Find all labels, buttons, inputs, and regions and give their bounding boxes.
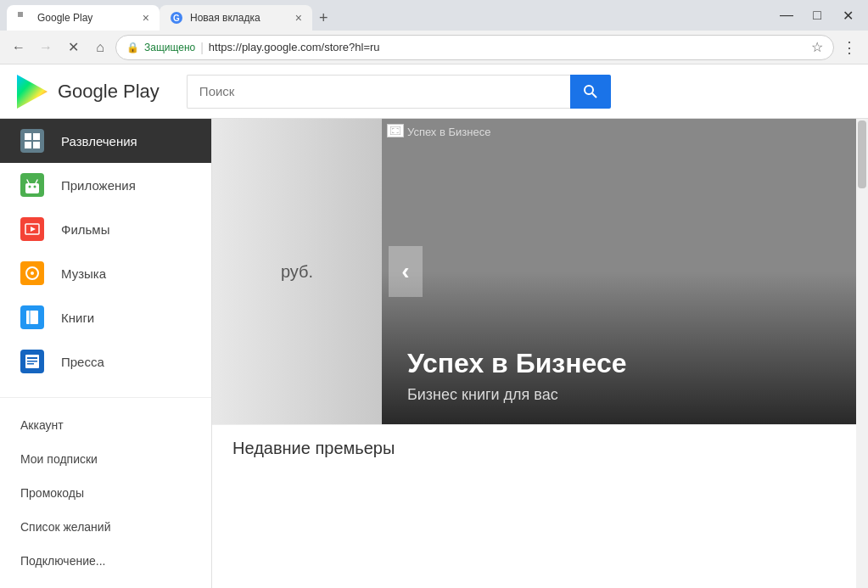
- android-icon: [25, 176, 40, 193]
- tab-google-play[interactable]: Google Play ×: [7, 5, 160, 31]
- tab-title-google-play: Google Play: [37, 12, 136, 24]
- address-separator: |: [200, 41, 204, 54]
- svg-rect-23: [27, 361, 37, 362]
- svg-line-5: [592, 93, 596, 98]
- sidebar-item-apps[interactable]: Приложения: [0, 163, 211, 207]
- svg-text:G: G: [173, 14, 180, 23]
- svg-rect-7: [33, 133, 40, 140]
- browser-window: Google Play × G Новая вкладка × +: [0, 0, 868, 588]
- svg-point-4: [585, 86, 593, 94]
- scrollbar[interactable]: [856, 119, 868, 588]
- tab-add[interactable]: +: [312, 5, 346, 31]
- sidebar-item-music[interactable]: Музыка: [0, 251, 211, 295]
- tab-icon-google-play: [17, 11, 31, 25]
- sidebar-item-games[interactable]: Развлечения: [0, 119, 211, 163]
- reload-button[interactable]: ✕: [61, 36, 85, 59]
- movies-icon: [20, 217, 44, 241]
- sidebar-link-wishlist[interactable]: Список желаний: [20, 510, 191, 544]
- grid-icon: [24, 132, 41, 149]
- tab-close-google-play[interactable]: ×: [143, 11, 149, 25]
- gp-search: [187, 75, 611, 109]
- svg-rect-6: [25, 133, 31, 140]
- gp-title: Google Play: [58, 81, 160, 103]
- svg-marker-16: [31, 227, 36, 232]
- address-bar[interactable]: 🔒 Защищено | https://play.google.com/sto…: [115, 35, 834, 60]
- main-layout: Развлечения Приложения: [0, 119, 868, 588]
- sidebar-link-account[interactable]: Аккаунт: [20, 408, 191, 442]
- sidebar-links: Аккаунт Мои подписки Промокоды Список же…: [0, 397, 211, 588]
- games-icon: [20, 129, 44, 153]
- secure-text: Защищено: [144, 42, 195, 53]
- sidebar-nav: Развлечения Приложения: [0, 119, 211, 397]
- page-content: Google Play: [0, 64, 868, 588]
- hero-left-panel: руб.: [212, 119, 382, 424]
- music-icon: [20, 261, 44, 285]
- sidebar-item-movies-label: Фильмы: [61, 222, 109, 237]
- hero-left-text: руб.: [281, 262, 313, 282]
- search-input[interactable]: [187, 75, 570, 109]
- window-controls: — □ ✕: [773, 5, 861, 25]
- back-button[interactable]: ←: [7, 36, 31, 59]
- search-button[interactable]: [570, 75, 611, 109]
- book-icon: [25, 310, 39, 325]
- sidebar-item-apps-label: Приложения: [61, 178, 136, 193]
- svg-rect-19: [26, 311, 38, 324]
- content-area: руб. ⛶ Успех в Бизнесе: [212, 119, 868, 588]
- sidebar-item-books[interactable]: Книги: [0, 295, 211, 339]
- svg-point-18: [31, 272, 34, 275]
- sidebar-link-promo[interactable]: Промокоды: [20, 476, 191, 510]
- tab-new-tab[interactable]: G Новая вкладка ×: [160, 5, 312, 31]
- sidebar: Развлечения Приложения: [0, 119, 212, 588]
- svg-text:⛶: ⛶: [392, 127, 399, 135]
- svg-rect-9: [33, 142, 40, 148]
- close-button[interactable]: ✕: [834, 5, 861, 25]
- tabs-area: Google Play × G Новая вкладка × +: [7, 0, 346, 31]
- menu-button[interactable]: ⋮: [837, 36, 861, 59]
- tab-close-new-tab[interactable]: ×: [295, 11, 302, 25]
- apps-icon: [20, 173, 44, 197]
- newspaper-icon: [25, 354, 40, 369]
- sidebar-link-subscriptions[interactable]: Мои подписки: [20, 442, 191, 476]
- hero-image-label: Успех в Бизнесе: [407, 126, 490, 138]
- hero-title: Успех в Бизнесе: [407, 348, 843, 379]
- hero-overlay: Успех в Бизнесе Бизнес книги для вас: [382, 272, 868, 424]
- svg-rect-0: [18, 12, 23, 17]
- svg-rect-8: [25, 142, 31, 148]
- svg-marker-3: [17, 75, 48, 109]
- books-icon: [20, 305, 44, 329]
- hero-banner: руб. ⛶ Успех в Бизнесе: [212, 119, 868, 424]
- tab-title-new-tab: Новая вкладка: [190, 12, 288, 24]
- hero-nav-left-button[interactable]: ‹: [389, 246, 423, 297]
- nav-bar: ← → ✕ ⌂ 🔒 Защищено | https://play.google…: [0, 31, 868, 64]
- sidebar-item-newsstand[interactable]: Пресса: [0, 339, 211, 384]
- sidebar-item-movies[interactable]: Фильмы: [0, 207, 211, 251]
- forward-button[interactable]: →: [34, 36, 58, 59]
- image-placeholder-icon: ⛶: [390, 126, 400, 135]
- svg-rect-22: [27, 357, 37, 359]
- maximize-button[interactable]: □: [804, 5, 831, 25]
- gp-logo-icon: [14, 73, 51, 110]
- bookmark-icon[interactable]: ☆: [811, 39, 823, 55]
- hero-subtitle: Бизнес книги для вас: [407, 386, 843, 404]
- home-button[interactable]: ⌂: [88, 36, 112, 59]
- scrollbar-thumb[interactable]: [858, 120, 866, 188]
- sidebar-item-books-label: Книги: [61, 311, 94, 325]
- minimize-button[interactable]: —: [773, 5, 800, 25]
- search-icon: [582, 83, 599, 100]
- url-text: https://play.google.com/store?hl=ru: [209, 41, 803, 53]
- gp-logo[interactable]: Google Play: [14, 73, 160, 110]
- svg-line-14: [36, 180, 37, 183]
- music-note-icon: [25, 266, 40, 281]
- sidebar-item-newsstand-label: Пресса: [61, 355, 104, 369]
- hero-main-image: ⛶ Успех в Бизнесе Успех в Бизнесе Бизнес…: [382, 119, 868, 424]
- film-icon: [25, 221, 40, 237]
- gp-header: Google Play: [0, 64, 868, 119]
- svg-rect-10: [25, 183, 39, 193]
- lock-icon: 🔒: [126, 42, 139, 53]
- section-title: Недавние премьеры: [212, 424, 868, 465]
- sidebar-link-connection[interactable]: Подключение...: [20, 544, 191, 578]
- svg-rect-24: [27, 363, 34, 365]
- svg-point-12: [34, 186, 36, 188]
- svg-line-13: [27, 180, 29, 183]
- sidebar-item-music-label: Музыка: [61, 266, 106, 281]
